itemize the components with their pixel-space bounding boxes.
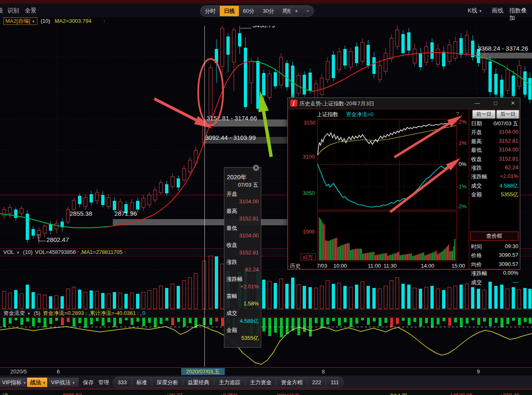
zoom-out-button[interactable]: − [302, 6, 314, 16]
save-button[interactable]: 保存 [83, 379, 94, 386]
popup-volume-bar [319, 217, 320, 260]
popup-volume-bar [403, 254, 404, 260]
strategy-tab-7[interactable]: 222 [308, 379, 326, 385]
price-label: 3152.81 - 3174.66 [206, 115, 257, 122]
kline-dropdown[interactable]: K线▼ [468, 7, 482, 15]
flow-bar-in [321, 318, 323, 328]
volume-bar-up [95, 291, 99, 309]
flow-bar-in [102, 318, 104, 326]
strategy-tab-6[interactable]: 资金方程 [277, 379, 308, 385]
zoom-in-button[interactable]: + [291, 6, 302, 16]
volume-bar-up [84, 292, 87, 309]
flow-bar-in [113, 318, 116, 327]
close-icon[interactable]: ✕ [253, 165, 259, 171]
flow-bar-in [142, 318, 145, 326]
vol-dropdown[interactable]: VOL▼ [3, 249, 21, 255]
strategy-tab-0[interactable]: 333 [113, 379, 132, 385]
menu-item-overview[interactable]: 全景 [25, 7, 36, 15]
popup-data-panel: 日期0/07/03 五开盘3104.00最高3152.81最低3104.00收盘… [469, 119, 520, 269]
volume-bar-up [8, 293, 12, 309]
volume-bar-up [43, 295, 46, 309]
date-tick: 9 [477, 368, 480, 375]
flow-bar-in [413, 318, 416, 322]
candlestick-up [506, 70, 509, 90]
flow-bar-in [442, 318, 445, 321]
candlestick-down [332, 55, 335, 78]
volume-bar-up [153, 289, 157, 309]
popup-volume-bar [324, 224, 325, 260]
period-minute[interactable]: 分时 [201, 6, 220, 16]
draw-line-button[interactable]: 画线 [492, 7, 503, 15]
popup-volume-bar [329, 241, 330, 260]
volume-bar-up [396, 278, 399, 309]
popup-volume-bar [331, 239, 332, 260]
popup-volume-bar [341, 245, 342, 260]
volume-bar-down [471, 287, 474, 309]
volume-bar-up [378, 289, 381, 309]
popup-volume-bar [432, 253, 433, 260]
popup-volume-bar [390, 255, 391, 260]
strategy-tab-4[interactable]: 主力追踪 [214, 379, 245, 385]
strategy-tab-5[interactable]: 主力资金 [245, 379, 277, 385]
period-daily[interactable]: 日线 [220, 6, 239, 16]
flow-bar-out [390, 318, 393, 327]
crosshair-vertical-line [204, 26, 205, 367]
volume-bar-down [332, 284, 335, 309]
flow-bar-in [315, 318, 318, 323]
tactics-dropdown[interactable]: 战法▼ [27, 377, 50, 388]
bottom-toolbar: VIP指标▼ 战法▼ VIP战法▼ 保存 管理 333标准深度分析益盟经典主力追… [0, 375, 532, 389]
candlestick-up [66, 210, 70, 222]
volume-bar-down [459, 285, 463, 309]
candlestick-down [238, 33, 241, 46]
flow-bar-in [489, 318, 492, 326]
panel-row: 日期0/07/03 五 [471, 120, 518, 127]
popup-volume-bar [371, 252, 372, 260]
volume-bar-up [413, 288, 416, 309]
vip-indicator-dropdown[interactable]: VIP指标▼ [0, 377, 30, 388]
fund-flow-chart[interactable] [0, 317, 532, 366]
period-30min[interactable]: 30分 [258, 6, 278, 16]
popup-volume-bar [334, 239, 335, 260]
candlestick-down [274, 72, 277, 86]
candlestick-up [55, 223, 58, 229]
menu-item-stock[interactable]: 股 [0, 7, 3, 15]
volume-bar-up [361, 282, 364, 309]
flow-bar-in [326, 318, 329, 324]
candlestick-down [523, 71, 527, 95]
period-60min[interactable]: 60分 [239, 6, 258, 16]
popup-volume-bar [346, 244, 347, 260]
flow-dropdown[interactable]: 资金流变▼ [3, 310, 32, 316]
volume-bar-down [355, 285, 358, 309]
period-switcher: 分时 日线 60分 30分 周线▼ [200, 5, 303, 17]
popup-volume-bar [369, 253, 369, 260]
popup-volume-bar [421, 253, 422, 260]
strategy-tab-2[interactable]: 深度分析 [152, 379, 183, 385]
candlestick-up [232, 30, 236, 62]
manage-button[interactable]: 管理 [98, 379, 109, 386]
volume-bar-down [401, 284, 405, 309]
volume-bar-up [37, 294, 41, 309]
popup-volume-bar [354, 249, 355, 260]
popup-volume-bar [422, 253, 423, 260]
strategy-tab-1[interactable]: 标准 [132, 379, 152, 385]
status-item: 7/14 深 [390, 392, 407, 395]
tooltip-value: 62.24 [245, 266, 259, 273]
strategy-tab-3[interactable]: 益盟经典 [183, 379, 214, 385]
popup-volume-bar [397, 252, 398, 260]
volume-bar-up [483, 290, 486, 309]
ma2-indicator-dropdown[interactable]: MA2[自编]▼ [3, 17, 37, 25]
price-query-box-header: 查价框 [470, 232, 518, 241]
trading-app-window: 股 识别 全景 分时 日线 60分 30分 周线▼ + − K线▼ 画线 指数叠… [0, 0, 532, 395]
vip-tactics-dropdown[interactable]: VIP战法▼ [47, 377, 79, 388]
candlestick-down [14, 210, 17, 218]
strategy-tab-8[interactable]: 111 [326, 379, 343, 385]
tooltip-label: 涨跌幅 [226, 276, 243, 283]
popup-volume-bar [415, 255, 415, 260]
menu-item-identify[interactable]: 识别 [7, 7, 19, 15]
popup-volume-bar [447, 246, 448, 260]
popup-volume-bar [386, 253, 387, 261]
popup-volume-bar [431, 253, 432, 260]
popup-volume-bar [441, 252, 442, 260]
candlestick-down [49, 224, 52, 231]
volume-bar-down [49, 296, 52, 309]
